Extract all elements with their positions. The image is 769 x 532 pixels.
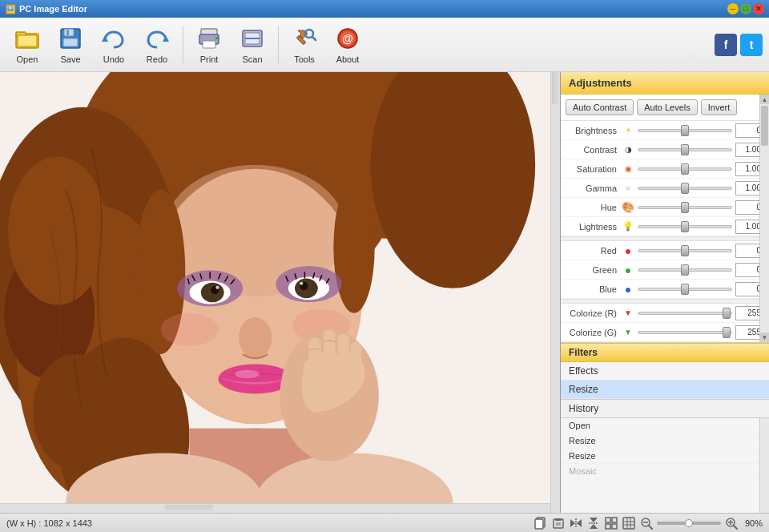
resize-filter-item[interactable]: Resize bbox=[561, 381, 769, 399]
facebook-button[interactable]: f bbox=[715, 34, 737, 56]
green-label: Green bbox=[566, 265, 622, 275]
brightness-slider[interactable] bbox=[638, 129, 732, 132]
colorize-g-slider[interactable] bbox=[638, 331, 732, 334]
red-row: Red ● 0 bbox=[561, 241, 769, 260]
image-dimensions: (W x H) : 1082 x 1443 bbox=[6, 518, 92, 528]
gamma-label: Gamma bbox=[566, 183, 622, 193]
adj-scrollbar[interactable]: ▲ ▼ bbox=[759, 95, 769, 342]
adjustments-header: Adjustments bbox=[561, 72, 769, 95]
zoom-slider[interactable] bbox=[657, 522, 721, 525]
history-open-label: Open bbox=[569, 421, 590, 430]
saturation-icon: ◉ bbox=[622, 163, 634, 175]
colorize-r-slider[interactable] bbox=[638, 312, 732, 315]
flip-h-icon[interactable] bbox=[569, 516, 583, 530]
flip-v-icon[interactable] bbox=[586, 516, 601, 530]
svg-point-49 bbox=[300, 282, 303, 285]
history-resize1-label: Resize bbox=[569, 436, 596, 445]
contrast-slider[interactable] bbox=[638, 148, 732, 151]
svg-rect-58 bbox=[337, 333, 348, 373]
filters-header: Filters bbox=[561, 343, 769, 362]
scan-button[interactable]: Scan bbox=[232, 22, 273, 68]
brightness-label: Brightness bbox=[566, 126, 622, 135]
history-resize2-label: Resize bbox=[569, 451, 596, 461]
gamma-row: Gamma ○ 1.00 bbox=[561, 179, 769, 198]
svg-point-29 bbox=[8, 156, 107, 304]
adj-scroll-up[interactable]: ▲ bbox=[760, 95, 769, 104]
svg-rect-73 bbox=[612, 518, 617, 522]
svg-rect-5 bbox=[66, 30, 69, 35]
history-item-mosaic[interactable]: Mosaic bbox=[561, 464, 759, 479]
paste-icon[interactable] bbox=[551, 516, 566, 530]
open-button[interactable]: Open bbox=[6, 22, 48, 68]
tools-icon bbox=[292, 26, 317, 51]
print-button[interactable]: Print bbox=[188, 22, 230, 68]
svg-point-52 bbox=[235, 370, 260, 378]
about-icon: @ bbox=[335, 26, 360, 51]
grid-icon[interactable] bbox=[604, 516, 618, 530]
svg-rect-56 bbox=[308, 338, 320, 379]
zoom-out-icon[interactable] bbox=[639, 516, 654, 530]
history-section: History Open Resize Resize Mosaic bbox=[561, 399, 769, 513]
auto-contrast-button[interactable]: Auto Contrast bbox=[566, 99, 634, 115]
filters-title: Filters bbox=[569, 347, 598, 358]
canvas-h-scroll-thumb[interactable] bbox=[165, 505, 213, 512]
history-item-resize-2[interactable]: Resize bbox=[561, 449, 759, 464]
green-slider[interactable] bbox=[638, 268, 732, 272]
twitter-button[interactable]: t bbox=[740, 34, 763, 56]
gamma-slider[interactable] bbox=[638, 187, 732, 190]
hue-slider[interactable] bbox=[638, 206, 732, 209]
app-title: PC Image Editor bbox=[19, 4, 87, 14]
undo-label: Undo bbox=[103, 54, 124, 64]
colorize-r-row: Colorize (R) ▼ 255 bbox=[561, 304, 769, 323]
maximize-button[interactable]: □ bbox=[740, 3, 751, 14]
titlebar-left: 🖼️ PC Image Editor bbox=[5, 4, 87, 14]
svg-rect-76 bbox=[623, 518, 634, 529]
canvas-vertical-scrollbar[interactable] bbox=[550, 72, 560, 513]
tools-button[interactable]: Tools bbox=[284, 22, 325, 68]
lightness-row: Lightness 💡 1.00 bbox=[561, 217, 769, 236]
svg-rect-72 bbox=[606, 518, 610, 522]
svg-point-53 bbox=[160, 313, 218, 346]
svg-rect-74 bbox=[606, 524, 610, 529]
redo-button[interactable]: Redo bbox=[136, 22, 178, 68]
history-item-open[interactable]: Open bbox=[561, 418, 759, 433]
effects-label: Effects bbox=[569, 365, 598, 377]
colorize-g-row: Colorize (G) ▼ 255 bbox=[561, 323, 769, 342]
canvas-horizontal-scrollbar[interactable] bbox=[0, 503, 550, 513]
invert-button[interactable]: Invert bbox=[701, 99, 738, 115]
open-icon bbox=[14, 26, 40, 51]
history-item-resize-1[interactable]: Resize bbox=[561, 433, 759, 449]
close-button[interactable]: ✕ bbox=[753, 3, 764, 14]
grid2-icon[interactable] bbox=[622, 516, 636, 530]
adjustments-panel: Auto Contrast Auto Levels Invert Brightn… bbox=[561, 95, 769, 343]
history-list: Open Resize Resize Mosaic bbox=[561, 418, 759, 513]
adj-scroll-down[interactable]: ▼ bbox=[760, 332, 769, 342]
red-label: Red bbox=[566, 246, 622, 256]
lightness-slider[interactable] bbox=[638, 225, 732, 228]
effects-filter-item[interactable]: Effects bbox=[561, 362, 769, 381]
saturation-slider[interactable] bbox=[638, 167, 732, 171]
about-button[interactable]: @ About bbox=[327, 22, 368, 68]
canvas-v-scroll-thumb[interactable] bbox=[552, 72, 559, 104]
green-row: Green ● 0 bbox=[561, 260, 769, 280]
toolbar-separator-2 bbox=[278, 26, 279, 64]
history-scrollbar[interactable] bbox=[759, 418, 769, 513]
blue-slider[interactable] bbox=[638, 288, 732, 291]
auto-levels-button[interactable]: Auto Levels bbox=[637, 99, 697, 115]
hue-label: Hue bbox=[566, 203, 622, 212]
svg-point-50 bbox=[239, 317, 272, 358]
zoom-thumb[interactable] bbox=[685, 519, 693, 527]
canvas-area[interactable] bbox=[0, 72, 561, 513]
save-button[interactable]: Save bbox=[50, 22, 91, 68]
copy-icon[interactable] bbox=[533, 516, 548, 530]
colorize-r-icon: ▼ bbox=[622, 307, 634, 320]
adj-scroll-thumb[interactable] bbox=[761, 106, 768, 146]
zoom-in-icon[interactable] bbox=[724, 516, 739, 530]
undo-button[interactable]: Undo bbox=[93, 22, 135, 68]
print-icon bbox=[196, 26, 222, 51]
adj-buttons-row: Auto Contrast Auto Levels Invert bbox=[561, 95, 769, 121]
minimize-button[interactable]: ─ bbox=[727, 3, 739, 14]
lightness-label: Lightness bbox=[566, 222, 622, 232]
red-slider[interactable] bbox=[638, 249, 732, 252]
zoom-percent: 90% bbox=[745, 518, 763, 528]
